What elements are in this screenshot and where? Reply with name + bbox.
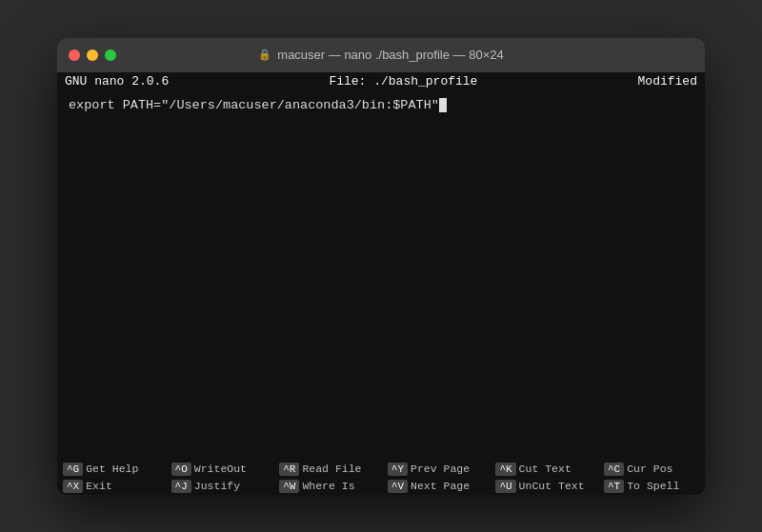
label-justify: Justify [194, 480, 240, 492]
key-y: ^Y [388, 463, 408, 476]
close-button[interactable] [69, 49, 80, 61]
label-next-page: Next Page [411, 480, 470, 492]
maximize-button[interactable] [105, 49, 116, 61]
label-writeout: WriteOut [194, 463, 247, 475]
lock-icon: 🔒 [258, 49, 271, 61]
shortcut-where-is: ^W Where Is [279, 480, 374, 493]
editor-text: export PATH="/Users/macuser/anaconda3/bi… [69, 98, 439, 112]
label-to-spell: To Spell [627, 480, 679, 492]
file-name: File: ./bash_profile [329, 74, 477, 89]
minimize-button[interactable] [87, 49, 98, 61]
label-cut-text: Cut Text [519, 463, 572, 475]
terminal-content[interactable]: GNU nano 2.0.6 File: ./bash_profile Modi… [57, 72, 705, 495]
shortcut-to-spell: ^T To Spell [604, 480, 699, 493]
key-x: ^X [63, 480, 83, 493]
shortcut-writeout: ^O WriteOut [171, 463, 267, 476]
key-u: ^U [495, 480, 515, 493]
label-exit: Exit [86, 480, 112, 492]
editor-line-1: export PATH="/Users/macuser/anaconda3/bi… [69, 98, 693, 112]
label-cur-pos: Cur Pos [627, 463, 672, 475]
shortcut-row-2: ^X Exit ^J Justify ^W Where Is ^V Next P… [57, 478, 705, 495]
label-get-help: Get Help [86, 463, 138, 475]
key-c: ^C [604, 463, 624, 476]
key-k: ^K [495, 463, 515, 476]
modified-status: Modified [638, 74, 697, 89]
shortcut-justify: ^J Justify [171, 480, 267, 493]
key-r: ^R [279, 463, 299, 476]
terminal-window: 🔒 macuser — nano ./bash_profile — 80×24 … [57, 38, 705, 495]
shortcut-bar: ^G Get Help ^O WriteOut ^R Read File ^Y … [57, 461, 705, 495]
window-title: 🔒 macuser — nano ./bash_profile — 80×24 [258, 48, 503, 62]
shortcut-row-1: ^G Get Help ^O WriteOut ^R Read File ^Y … [57, 461, 705, 478]
shortcut-read-file: ^R Read File [279, 463, 374, 476]
editor-area[interactable]: export PATH="/Users/macuser/anaconda3/bi… [57, 90, 705, 461]
shortcut-cut-text: ^K Cut Text [495, 463, 591, 476]
key-t: ^T [604, 480, 624, 493]
label-where-is: Where Is [302, 480, 354, 492]
key-j: ^J [171, 480, 191, 493]
shortcut-prev-page: ^Y Prev Page [388, 463, 483, 476]
traffic-lights [69, 49, 116, 61]
key-o: ^O [171, 463, 191, 476]
shortcut-cur-pos: ^C Cur Pos [604, 463, 699, 476]
label-prev-page: Prev Page [411, 463, 470, 475]
text-cursor [439, 98, 447, 112]
titlebar: 🔒 macuser — nano ./bash_profile — 80×24 [57, 38, 705, 72]
shortcut-next-page: ^V Next Page [388, 480, 483, 493]
label-read-file: Read File [302, 463, 361, 475]
nano-status-bar: GNU nano 2.0.6 File: ./bash_profile Modi… [57, 72, 705, 90]
key-g: ^G [63, 463, 83, 476]
shortcut-uncut-text: ^U UnCut Text [495, 480, 591, 493]
key-v: ^V [388, 480, 408, 493]
key-w: ^W [279, 480, 299, 493]
shortcut-get-help: ^G Get Help [63, 463, 158, 476]
shortcut-exit: ^X Exit [63, 480, 158, 493]
label-uncut-text: UnCut Text [519, 480, 585, 492]
title-text: macuser — nano ./bash_profile — 80×24 [277, 48, 503, 62]
nano-version: GNU nano 2.0.6 [65, 74, 169, 89]
